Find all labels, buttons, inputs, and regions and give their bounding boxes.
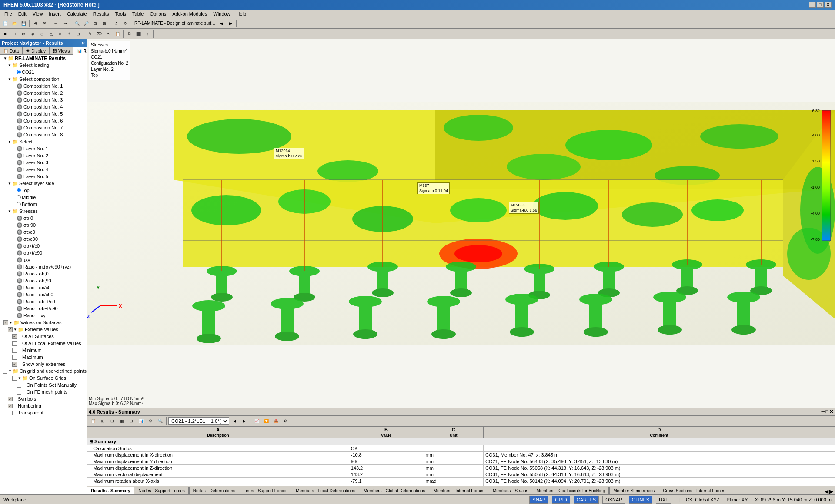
results-minimize-btn[interactable]: ─ [822, 409, 825, 414]
menu-table[interactable]: Table [130, 10, 146, 17]
extreme-checkbox[interactable] [8, 327, 13, 332]
tree-stresses[interactable]: ▼ 📁 Stresses [0, 208, 87, 215]
tab-members-buckling[interactable]: Members - Coefficients for Buckling [533, 487, 609, 494]
tab-cross-internal[interactable]: Cross-Sections - Internal Forces [659, 487, 729, 494]
tree-on-grid[interactable]: ▼ 📁 On grid and user-defined points [0, 368, 87, 375]
stress-ratio-sb90[interactable]: 🔘Ratio - σb,90 [0, 277, 87, 284]
zoom-out-btn[interactable]: 🔎 [82, 19, 90, 28]
on-fe-mesh[interactable]: On FE mesh points [0, 388, 87, 395]
row-calc-status[interactable]: Calculation Status OK [87, 445, 835, 452]
t2-btn8[interactable]: ⌖ [65, 30, 73, 38]
show-only-extremes[interactable]: Show only extremes [0, 361, 87, 368]
close-btn[interactable]: ✕ [825, 2, 832, 8]
zoom-fit-btn[interactable]: ⊡ [91, 19, 100, 28]
min-checkbox[interactable] [12, 348, 17, 353]
toggle-root[interactable]: ▼ [3, 56, 8, 60]
layer4[interactable]: 🔘Layer No. 4 [0, 166, 87, 173]
t2-btn5[interactable]: ◇ [37, 30, 46, 38]
tab-member-slender[interactable]: Member Slenderness [609, 487, 658, 494]
stress-sc90[interactable]: 🔘σc/c90 [0, 235, 87, 242]
navigator-close-btn[interactable]: ✕ [81, 41, 85, 46]
on-points-manually[interactable]: On Points Set Manually [0, 381, 87, 388]
layer5[interactable]: 🔘Layer No. 5 [0, 173, 87, 180]
bottom-radio[interactable] [17, 202, 21, 206]
grid-btn[interactable]: GRID [552, 496, 570, 504]
stress-sbtc0[interactable]: 🔘σb+t/c0 [0, 242, 87, 249]
t2-btn13[interactable]: 📋 [113, 30, 122, 38]
toggle-composition[interactable]: ▼ [8, 77, 12, 81]
rt-btn5[interactable]: ⊟ [127, 417, 136, 425]
show-extremes-checkbox[interactable] [12, 362, 17, 367]
col-d-header[interactable]: DComment [484, 427, 835, 438]
menu-addon[interactable]: Add-on Modules [170, 10, 210, 17]
results-close-btn[interactable]: ✕ [829, 409, 833, 414]
side-bottom[interactable]: Bottom [0, 201, 87, 208]
comp5[interactable]: 🔘Composition No. 5 [0, 110, 87, 117]
col-a-header[interactable]: ADescription [87, 427, 349, 438]
of-all-local[interactable]: Of All Local Extreme Values [0, 340, 87, 347]
tab-members-internal[interactable]: Members - Internal Forces [430, 487, 488, 494]
stress-txy[interactable]: 🔘τxy [0, 256, 87, 263]
menu-tools[interactable]: Tools [112, 10, 129, 17]
values-checkbox[interactable] [3, 320, 8, 325]
glines-btn[interactable]: GLINES [629, 496, 652, 504]
viewport-3d[interactable]: X Y Z [87, 39, 835, 408]
rt-btn7[interactable]: ⚙ [146, 417, 155, 425]
menu-file[interactable]: File [2, 10, 15, 17]
menu-options[interactable]: Options [147, 10, 169, 17]
t2-btn4[interactable]: ◈ [28, 30, 37, 38]
side-middle[interactable]: Middle [0, 194, 87, 201]
max-checkbox[interactable] [12, 355, 17, 360]
rt-btn8[interactable]: 🔍 [156, 417, 164, 425]
t2-btn3[interactable]: ⊕ [19, 30, 28, 38]
toggle-co21[interactable] [12, 70, 17, 74]
stress-sb90[interactable]: 🔘σb,90 [0, 222, 87, 229]
rt-btn6[interactable]: 📊 [137, 417, 145, 425]
row-max-vec[interactable]: Maximum vectorial displacement 143.2 mm … [87, 471, 835, 478]
tree-on-surface-grids[interactable]: ▼ 📁 On Surface Grids [0, 375, 87, 381]
comp2[interactable]: 🔘Composition No. 2 [0, 90, 87, 96]
middle-radio[interactable] [17, 195, 21, 199]
toggle-on-grid[interactable]: ▼ [8, 369, 13, 373]
layer3[interactable]: 🔘Layer No. 3 [0, 159, 87, 166]
stress-ratio-sc90[interactable]: 🔘Ratio - σc/c90 [0, 291, 87, 298]
dxf-btn[interactable]: DXF [656, 496, 671, 504]
rt-nav-prev[interactable]: ◀ [230, 417, 239, 425]
results-table[interactable]: ADescription BValue CUnit DComment ⊞ Sum… [87, 426, 835, 486]
print-prev-btn[interactable]: 👁 [40, 19, 49, 28]
stress-ratio-sc0[interactable]: 🔘Ratio - σc/c0 [0, 284, 87, 291]
t2-btn12[interactable]: ✂ [104, 30, 113, 38]
tree-select-layer-side[interactable]: ▼ 📁 Select layer side [0, 180, 87, 187]
co21-radio[interactable] [17, 70, 21, 74]
t2-btn6[interactable]: △ [47, 30, 55, 38]
tree-select-layer[interactable]: ▼ 📁 Select [0, 138, 87, 145]
tabs-next-btn[interactable]: ▶ [829, 488, 833, 494]
menu-window[interactable]: Window [210, 10, 233, 17]
toggle-extreme[interactable]: ▼ [13, 328, 18, 332]
toggle-side[interactable]: ▼ [8, 182, 12, 186]
stress-ratio-sbtc0[interactable]: 🔘Ratio - σb+t/c0 [0, 298, 87, 305]
tree-extreme[interactable]: ▼ 📁 Extreme Values [0, 326, 87, 333]
stress-ratio-int[interactable]: 🔘Ratio - int(σv/c90+τyz) [0, 263, 87, 270]
nav-prev-btn[interactable]: ◀ [217, 19, 226, 28]
rt-export-btn[interactable]: 📤 [271, 417, 280, 425]
pan-btn[interactable]: ✥ [121, 19, 130, 28]
top-radio[interactable] [17, 188, 21, 192]
rotate-btn[interactable]: ↺ [112, 19, 120, 28]
rt-btn4[interactable]: ▦ [117, 417, 126, 425]
toggle-layer[interactable]: ▼ [8, 140, 12, 144]
t2-btn11[interactable]: ⌦ [95, 30, 104, 38]
nav-next-btn[interactable]: ▶ [226, 19, 235, 28]
stress-sc0[interactable]: 🔘σc/c0 [0, 229, 87, 235]
rt-filter-btn[interactable]: 🔽 [262, 417, 271, 425]
layer2[interactable]: 🔘Layer No. 2 [0, 152, 87, 159]
transparent[interactable]: Transparent [0, 409, 87, 416]
toggle-values[interactable]: ▼ [9, 321, 13, 325]
col-c-header[interactable]: CUnit [424, 427, 484, 438]
rt-settings-btn[interactable]: ⚙ [281, 417, 290, 425]
t2-btn1[interactable]: ■ [1, 30, 10, 38]
transparent-checkbox[interactable] [8, 411, 13, 415]
col-b-header[interactable]: BValue [349, 427, 424, 438]
t2-view1[interactable]: ⧉ [125, 30, 134, 38]
menu-edit[interactable]: Edit [16, 10, 29, 17]
